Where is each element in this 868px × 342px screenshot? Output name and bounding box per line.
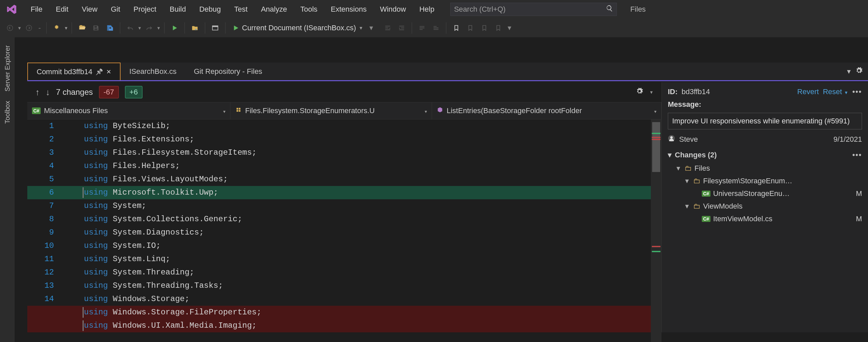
uncomment-button[interactable] [429,21,443,35]
open-file-button[interactable] [75,21,89,35]
comment-button[interactable] [415,21,429,35]
tab-overflow-button[interactable]: ▾ [847,67,851,76]
close-icon[interactable]: ✕ [106,68,111,75]
toolbox-tab[interactable]: Toolbox [4,96,11,128]
tree-label: ItemViewModel.cs [713,214,772,223]
undo-button[interactable] [124,21,137,35]
menu-build[interactable]: Build [163,5,192,14]
menu-extensions[interactable]: Extensions [324,5,373,14]
menu-help[interactable]: Help [413,5,441,14]
code-text: using Microsoft.Toolkit.Uwp; [64,186,661,199]
line-number: 11 [27,252,64,266]
line-number [27,306,64,319]
tree-label: ViewModels [703,202,742,211]
scrollbar-thumb[interactable] [652,122,660,172]
doc-tab[interactable]: Git Repository - Files [185,63,271,80]
revert-button[interactable]: Revert [797,88,819,96]
menu-analyze[interactable]: Analyze [254,5,293,14]
chevron-down-icon[interactable]: ▼ [17,26,22,31]
tree-file[interactable]: C# ItemViewModel.csM [668,213,862,225]
line-number [27,319,64,332]
save-button[interactable] [89,21,102,35]
separator [225,22,225,34]
line-number: 4 [27,159,64,173]
doc-tab[interactable]: ISearchBox.cs [121,63,185,80]
scrollbar-del-mark [652,137,660,138]
code-line: 2using Files.Extensions; [27,133,661,146]
chevron-down-icon[interactable]: ▼ [64,26,68,31]
more-button[interactable]: ••• [852,88,862,96]
crumb-label: ListEntries(BaseStorageFolder rootFolder [447,106,582,115]
chevron-down-icon[interactable]: ▼ [137,26,142,31]
next-change-button[interactable]: ↓ [45,87,50,98]
menu-file[interactable]: File [24,5,49,14]
vertical-scrollbar[interactable] [651,119,661,342]
menu-edit[interactable]: Edit [49,5,75,14]
window-layout-button[interactable] [209,21,222,35]
tree-label: Filesystem\StorageEnum… [703,177,793,185]
menu-test[interactable]: Test [227,5,254,14]
document-tabs: Commit bd3ffb14📌✕ISearchBox.csGit Reposi… [27,63,868,81]
save-all-button[interactable] [103,21,117,35]
crumb-project[interactable]: C# Miscellaneous Files [27,102,230,119]
menu-view[interactable]: View [75,5,104,14]
code-line: using Windows.Storage.FileProperties; [27,306,661,319]
outdent-button[interactable] [381,21,394,35]
tree-folder[interactable]: ▾🗀Filesystem\StorageEnum… [668,175,862,187]
menu-project[interactable]: Project [127,5,163,14]
code-line: 8using System.Collections.Generic; [27,213,661,226]
code-text: using System.Threading; [64,266,661,279]
line-number: 13 [27,279,64,293]
visual-studio-logo-icon [5,3,18,15]
code-line: 14using Windows.Storage; [27,293,661,306]
separator [185,22,185,34]
changes-tree-header[interactable]: ▾ Changes (2) ••• [668,148,862,162]
crumb-namespace[interactable]: Files.Filesystem.StorageEnumerators.U [230,102,432,119]
indent-button[interactable] [395,21,408,35]
code-editor[interactable]: 1using ByteSizeLib;2using Files.Extensio… [27,119,661,332]
folder-icon: 🗀 [684,164,692,173]
reset-button[interactable]: Reset ▼ [823,88,848,96]
tree-folder[interactable]: ▾🗀ViewModels [668,200,862,213]
separator [72,22,72,34]
menu-window[interactable]: Window [373,5,413,14]
chevron-down-icon[interactable]: ▼ [649,90,653,95]
nav-up-button[interactable]: - [36,21,43,35]
server-explorer-tab[interactable]: Server Explorer [4,41,11,96]
menu-debug[interactable]: Debug [192,5,227,14]
search-input[interactable]: Search (Ctrl+Q) [450,3,617,16]
menu-git[interactable]: Git [104,5,127,14]
pin-icon[interactable]: 📌 [96,68,103,75]
crumb-method[interactable]: ListEntries(BaseStorageFolder rootFolder [432,102,661,119]
commit-message: Improve UI responsiveness while enumerat… [668,113,862,129]
doc-tab[interactable]: Commit bd3ffb14📌✕ [27,63,121,80]
gear-icon[interactable] [636,88,643,97]
nav-forward-button[interactable] [22,21,36,35]
tree-file[interactable]: C# UniversalStorageEnu…M [668,187,862,200]
bookmark-button[interactable] [450,21,463,35]
tree-folder[interactable]: ▾🗀Files [668,162,862,175]
bookmark-prev-button[interactable] [464,21,477,35]
chevron-down-icon[interactable]: ▼ [157,26,161,31]
open-folder-button[interactable] [188,21,202,35]
line-number: 5 [27,173,64,186]
start-debug-button[interactable] [168,21,181,35]
nav-back-button[interactable] [3,21,17,35]
diff-header: ↑ ↓ 7 changes -67 +6 ▼ [27,82,661,102]
more-button[interactable]: ••• [852,151,862,159]
svg-rect-3 [212,26,218,27]
menu-tools[interactable]: Tools [294,5,324,14]
bookmark-clear-button[interactable] [492,21,505,35]
commit-details-panel: ID: bd3ffb14 Revert Reset ▼ ••• Message:… [661,82,868,332]
gear-icon[interactable] [855,67,863,76]
start-target-dropdown[interactable]: Current Document (ISearchBox.cs) ▼ [229,21,367,35]
separator [46,22,46,34]
separator [164,22,164,34]
bookmark-next-button[interactable] [477,21,491,35]
line-number: 3 [27,146,64,159]
code-line: 1using ByteSizeLib; [27,119,661,133]
prev-change-button[interactable]: ↑ [35,87,40,98]
namespace-icon [235,106,242,115]
new-item-button[interactable] [50,21,63,35]
redo-button[interactable] [143,21,156,35]
